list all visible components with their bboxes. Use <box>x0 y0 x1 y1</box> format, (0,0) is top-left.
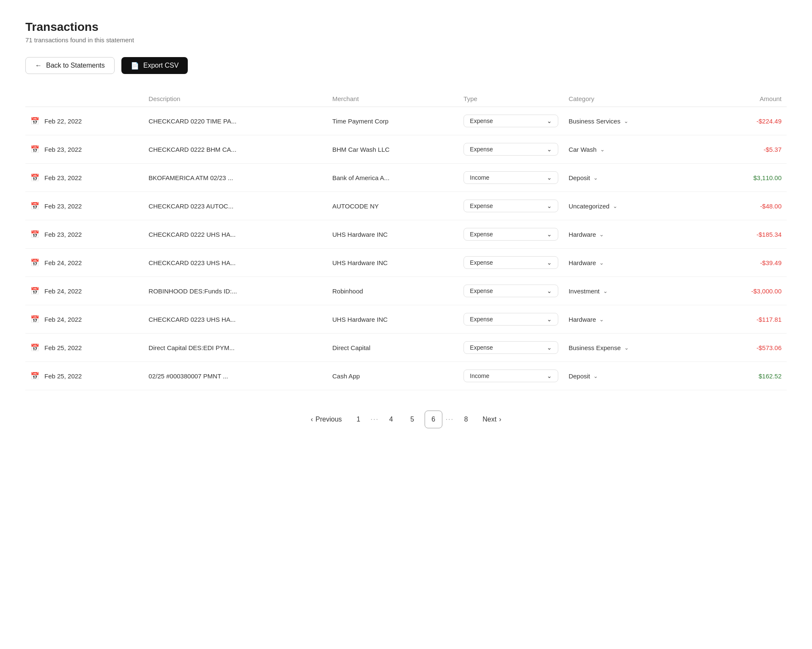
category-cell-0: Business Services ⌄ <box>563 107 708 135</box>
type-value-9: Income <box>470 372 489 379</box>
category-dropdown-9[interactable]: Deposit ⌄ <box>568 372 702 380</box>
page-5-button[interactable]: 5 <box>403 411 421 428</box>
type-select-6[interactable]: Expense ⌄ <box>464 285 558 297</box>
merchant-cell-8: Direct Capital <box>327 334 458 362</box>
table-row: 📅 Feb 24, 2022 ROBINHOOD DES:Funds ID:..… <box>25 277 787 305</box>
pagination: ‹ Previous 1 ··· 4 5 6 ··· 8 Next › <box>25 411 787 428</box>
chevron-right-icon: › <box>499 416 501 423</box>
date-value: Feb 25, 2022 <box>44 372 82 380</box>
page-4-button[interactable]: 4 <box>382 411 400 428</box>
category-dropdown-3[interactable]: Uncategorized ⌄ <box>568 203 702 210</box>
category-dropdown-7[interactable]: Hardware ⌄ <box>568 316 702 323</box>
date-cell-3: 📅 Feb 23, 2022 <box>25 192 143 220</box>
category-cell-8: Business Expense ⌄ <box>563 334 708 362</box>
chevron-down-icon: ⌄ <box>593 175 598 181</box>
chevron-down-icon: ⌄ <box>603 288 608 294</box>
calendar-icon: 📅 <box>30 145 39 154</box>
type-select-2[interactable]: Income ⌄ <box>464 171 558 184</box>
date-value: Feb 23, 2022 <box>44 231 82 238</box>
type-select-9[interactable]: Income ⌄ <box>464 370 558 382</box>
amount-cell-2: $3,110.00 <box>708 164 787 192</box>
date-value: Feb 23, 2022 <box>44 174 82 181</box>
document-icon: 📄 <box>131 62 139 70</box>
category-dropdown-0[interactable]: Business Services ⌄ <box>568 118 702 125</box>
type-value-7: Expense <box>470 316 493 323</box>
next-button[interactable]: Next › <box>478 411 505 428</box>
type-cell-6: Expense ⌄ <box>458 277 563 305</box>
amount-cell-5: -$39.49 <box>708 249 787 277</box>
category-dropdown-8[interactable]: Business Expense ⌄ <box>568 344 702 351</box>
type-select-7[interactable]: Expense ⌄ <box>464 313 558 326</box>
category-value-6: Investment <box>568 288 599 295</box>
calendar-icon: 📅 <box>30 117 39 126</box>
category-dropdown-1[interactable]: Car Wash ⌄ <box>568 146 702 153</box>
type-value-6: Expense <box>470 288 493 294</box>
page-8-button[interactable]: 8 <box>457 411 475 428</box>
category-value-7: Hardware <box>568 316 596 323</box>
type-cell-0: Expense ⌄ <box>458 107 563 135</box>
dots-1: ··· <box>370 416 379 423</box>
category-dropdown-5[interactable]: Hardware ⌄ <box>568 259 702 266</box>
date-value: Feb 24, 2022 <box>44 288 82 295</box>
type-select-8[interactable]: Expense ⌄ <box>464 341 558 354</box>
type-select-4[interactable]: Expense ⌄ <box>464 228 558 241</box>
date-cell-5: 📅 Feb 24, 2022 <box>25 249 143 277</box>
page-6-button[interactable]: 6 <box>425 411 442 428</box>
category-dropdown-6[interactable]: Investment ⌄ <box>568 288 702 295</box>
amount-cell-4: -$185.34 <box>708 220 787 249</box>
category-cell-3: Uncategorized ⌄ <box>563 192 708 220</box>
type-select-0[interactable]: Expense ⌄ <box>464 115 558 127</box>
table-header-row: Description Merchant Type Category Amoun… <box>25 91 787 107</box>
description-cell-3: CHECKCARD 0223 AUTOC... <box>143 192 327 220</box>
amount-cell-1: -$5.37 <box>708 135 787 164</box>
type-cell-1: Expense ⌄ <box>458 135 563 164</box>
date-cell-1: 📅 Feb 23, 2022 <box>25 135 143 164</box>
chevron-down-icon: ⌄ <box>624 118 628 124</box>
chevron-down-icon: ⌄ <box>547 203 552 209</box>
merchant-cell-0: Time Payment Corp <box>327 107 458 135</box>
chevron-down-icon: ⌄ <box>599 316 604 323</box>
merchant-cell-2: Bank of America A... <box>327 164 458 192</box>
type-select-1[interactable]: Expense ⌄ <box>464 143 558 156</box>
page-1-button[interactable]: 1 <box>349 411 367 428</box>
chevron-down-icon: ⌄ <box>600 146 605 153</box>
col-category: Category <box>563 91 708 107</box>
date-value: Feb 23, 2022 <box>44 146 82 153</box>
category-value-3: Uncategorized <box>568 203 609 210</box>
table-row: 📅 Feb 24, 2022 CHECKCARD 0223 UHS HA... … <box>25 305 787 334</box>
category-value-8: Business Expense <box>568 344 620 351</box>
type-select-3[interactable]: Expense ⌄ <box>464 200 558 212</box>
chevron-down-icon: ⌄ <box>547 316 552 323</box>
description-cell-7: CHECKCARD 0223 UHS HA... <box>143 305 327 334</box>
previous-button[interactable]: ‹ Previous <box>307 411 346 428</box>
date-cell-4: 📅 Feb 23, 2022 <box>25 220 143 249</box>
type-cell-7: Expense ⌄ <box>458 305 563 334</box>
chevron-down-icon: ⌄ <box>547 259 552 266</box>
chevron-down-icon: ⌄ <box>547 372 552 379</box>
date-cell-6: 📅 Feb 24, 2022 <box>25 277 143 305</box>
table-row: 📅 Feb 25, 2022 Direct Capital DES:EDI PY… <box>25 334 787 362</box>
amount-cell-7: -$117.81 <box>708 305 787 334</box>
calendar-icon: 📅 <box>30 202 39 211</box>
type-cell-2: Income ⌄ <box>458 164 563 192</box>
date-value: Feb 25, 2022 <box>44 344 82 351</box>
date-cell-2: 📅 Feb 23, 2022 <box>25 164 143 192</box>
chevron-down-icon: ⌄ <box>624 345 629 351</box>
category-value-0: Business Services <box>568 118 620 125</box>
type-select-5[interactable]: Expense ⌄ <box>464 256 558 269</box>
category-dropdown-4[interactable]: Hardware ⌄ <box>568 231 702 238</box>
calendar-icon: 📅 <box>30 258 39 267</box>
calendar-icon: 📅 <box>30 315 39 324</box>
category-cell-2: Deposit ⌄ <box>563 164 708 192</box>
type-value-8: Expense <box>470 344 493 351</box>
dots-2: ··· <box>446 416 454 423</box>
description-cell-5: CHECKCARD 0223 UHS HA... <box>143 249 327 277</box>
date-cell-7: 📅 Feb 24, 2022 <box>25 305 143 334</box>
export-csv-button[interactable]: 📄 Export CSV <box>121 57 188 74</box>
type-value-3: Expense <box>470 203 493 209</box>
amount-cell-0: -$224.49 <box>708 107 787 135</box>
description-cell-8: Direct Capital DES:EDI PYM... <box>143 334 327 362</box>
back-to-statements-button[interactable]: ← Back to Statements <box>25 57 115 74</box>
transactions-table: Description Merchant Type Category Amoun… <box>25 91 787 390</box>
category-dropdown-2[interactable]: Deposit ⌄ <box>568 174 702 181</box>
